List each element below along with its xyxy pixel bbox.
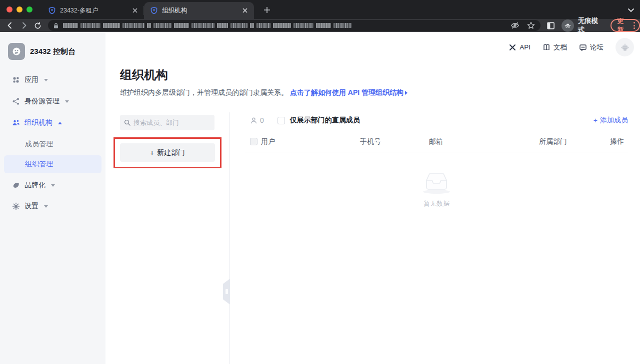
chevron-down-icon: [65, 99, 69, 103]
bookmark-star-icon[interactable]: [526, 21, 536, 30]
sidebar-item-apps[interactable]: 应用: [12, 74, 48, 86]
close-window-button[interactable]: [6, 6, 12, 12]
add-member-label: 添加成员: [600, 116, 628, 125]
column-header-department: 所属部门: [539, 137, 567, 146]
main-content: API 文档 论坛 组织机构 维护组织内多层级部门，并管理成员的部门隶属关系。 …: [106, 32, 640, 364]
forum-link[interactable]: 论坛: [579, 43, 604, 52]
user-avatar[interactable]: [616, 38, 634, 56]
api-doc-link[interactable]: 点击了解如何使用 API 管理组织结构: [290, 88, 404, 96]
api-icon: [508, 43, 516, 51]
docs-link[interactable]: 文档: [542, 43, 567, 52]
sidebar-subitem-organization-management[interactable]: 组织管理: [4, 155, 102, 173]
page-title: 组织机构: [120, 67, 168, 83]
person-icon: [250, 117, 258, 124]
tab-title: 23432-多租户: [60, 6, 127, 15]
sidebar: 23432 控制台 应用 身份源管理 组织机构 成员管理 组织: [0, 32, 106, 364]
docs-link-label: 文档: [554, 43, 567, 52]
side-panel-icon[interactable]: [546, 20, 556, 31]
browser-tab-organization[interactable]: 组织机构: [144, 2, 254, 19]
new-tab-button[interactable]: [260, 3, 274, 16]
sidebar-subitem-label: 组织管理: [25, 160, 53, 169]
macos-traffic-lights: [6, 6, 32, 12]
lock-icon: [53, 22, 59, 29]
search-box[interactable]: [120, 115, 214, 130]
new-department-button[interactable]: + 新建部门: [120, 143, 215, 162]
chevron-down-icon[interactable]: [627, 6, 635, 14]
member-count-value: 0: [260, 116, 264, 124]
browser-tabstrip: 23432-多租户 组织机构: [0, 0, 640, 19]
apps-icon: [12, 76, 20, 84]
empty-state: 暂无数据: [245, 169, 628, 208]
empty-state-text: 暂无数据: [424, 199, 450, 208]
gear-icon: [12, 202, 20, 210]
browser-window: 23432-多租户 组织机构: [0, 0, 640, 364]
add-member-link[interactable]: + 添加成员: [594, 116, 628, 125]
members-toolbar: 0 仅展示部门的直属成员 + 添加成员: [245, 112, 628, 128]
api-link-label: API: [520, 43, 530, 51]
address-bar[interactable]: [48, 20, 540, 31]
sidebar-subitem-member-management[interactable]: 成员管理: [25, 138, 53, 150]
back-button[interactable]: [4, 20, 16, 31]
book-icon: [542, 43, 550, 51]
column-header-phone: 手机号: [360, 137, 381, 146]
tab-close-icon[interactable]: [131, 6, 139, 14]
empty-inbox-icon: [420, 169, 452, 194]
sidebar-item-settings[interactable]: 设置: [12, 200, 48, 212]
sidebar-subitem-label: 成员管理: [25, 140, 53, 149]
reload-button[interactable]: [32, 20, 44, 31]
chevron-down-icon: [44, 78, 48, 82]
forward-button[interactable]: [18, 20, 30, 31]
api-link[interactable]: API: [508, 43, 530, 51]
chevron-down-icon: [51, 183, 55, 187]
members-panel: 0 仅展示部门的直属成员 + 添加成员 用户 手机号 邮箱 所属部门 操作: [245, 112, 628, 208]
org-icon: [12, 119, 20, 127]
chevron-down-icon: [44, 204, 48, 208]
forum-icon: [579, 43, 587, 51]
sidebar-item-identity-sources[interactable]: 身份源管理: [12, 95, 69, 107]
workspace-header[interactable]: 23432 控制台: [8, 43, 76, 60]
workspace-logo-icon: [8, 43, 25, 60]
arrow-right-icon: [405, 91, 408, 95]
sidebar-item-branding[interactable]: 品牌化: [12, 179, 55, 191]
sidebar-item-organization[interactable]: 组织机构: [12, 117, 62, 129]
header-links: API 文档 论坛: [508, 38, 634, 56]
sidebar-item-label: 设置: [24, 202, 38, 211]
share-icon: [12, 97, 20, 105]
direct-members-checkbox[interactable]: [278, 117, 285, 124]
brand-icon: [12, 181, 20, 189]
browser-tab-tenant[interactable]: 23432-多租户: [42, 2, 144, 19]
sidebar-item-label: 品牌化: [24, 181, 46, 190]
minimize-window-button[interactable]: [16, 6, 22, 12]
member-count: 0: [250, 116, 264, 124]
members-table-header: 用户 手机号 邮箱 所属部门 操作: [245, 130, 628, 152]
robot-icon: [620, 42, 630, 53]
sidebar-item-label: 身份源管理: [24, 97, 60, 106]
eye-off-icon[interactable]: [510, 21, 520, 30]
zoom-window-button[interactable]: [26, 6, 32, 12]
shield-favicon: [48, 6, 56, 14]
page-description-text: 维护组织内多层级部门，并管理成员的部门隶属关系。: [120, 88, 288, 96]
plus-icon: +: [594, 116, 598, 124]
search-icon: [124, 119, 130, 126]
chevron-up-icon: [58, 121, 62, 125]
page-description: 维护组织内多层级部门，并管理成员的部门隶属关系。 点击了解如何使用 API 管理…: [120, 88, 408, 97]
column-header-email: 邮箱: [429, 137, 443, 146]
panel-collapse-handle[interactable]: [223, 279, 230, 305]
incognito-icon: [562, 19, 574, 32]
search-input[interactable]: [134, 119, 210, 126]
forum-link-label: 论坛: [590, 43, 604, 52]
select-all-checkbox[interactable]: [250, 138, 258, 145]
panel-divider: [230, 112, 230, 364]
tab-close-icon[interactable]: [241, 6, 249, 14]
browser-toolbar: 无痕模式 更新: [0, 19, 640, 32]
sidebar-item-label: 组织机构: [24, 118, 52, 127]
column-header-actions: 操作: [610, 137, 624, 146]
menu-dots-icon[interactable]: [634, 22, 635, 29]
shield-favicon: [150, 6, 158, 14]
sidebar-item-label: 应用: [24, 75, 38, 84]
column-header-user: 用户: [261, 137, 275, 146]
new-department-label: 新建部门: [157, 148, 185, 157]
console-app: 23432 控制台 应用 身份源管理 组织机构 成员管理 组织: [0, 32, 640, 364]
workspace-name: 23432 控制台: [30, 47, 76, 56]
update-button[interactable]: 更新: [610, 19, 640, 32]
